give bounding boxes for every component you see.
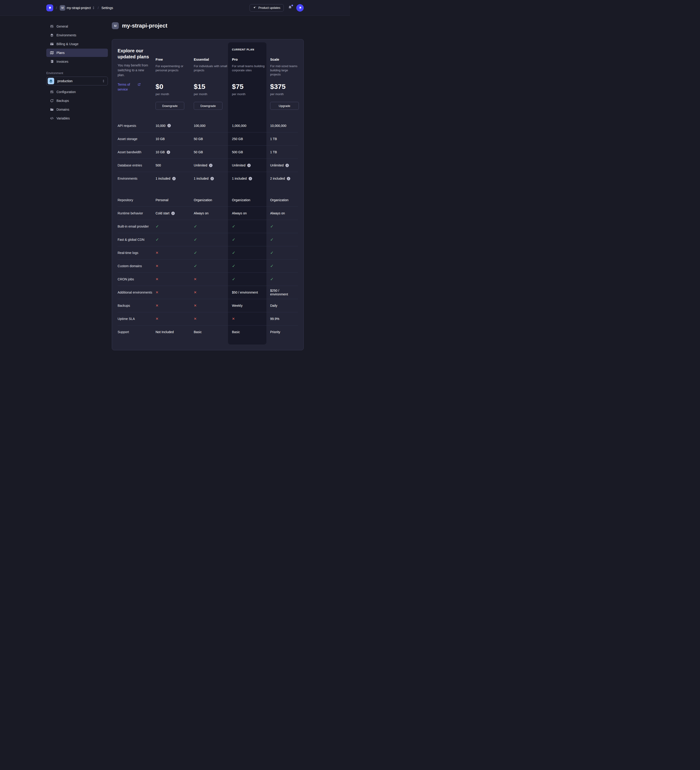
navbar-actions: Product updates xyxy=(249,4,304,11)
info-icon[interactable]: i xyxy=(209,164,212,167)
sparkle-icon xyxy=(253,6,257,10)
feature-row-backups: Backups✕✕WeeklyDaily xyxy=(118,299,298,312)
feature-row-additional-environments: Additional environments✕✕$50 / environme… xyxy=(118,286,298,299)
plan-action-area xyxy=(232,102,267,110)
sidebar-item-invoices[interactable]: Invoices xyxy=(46,57,108,66)
feature-cell: ✓ xyxy=(194,264,232,269)
sidebar-item-plans[interactable]: Plans xyxy=(46,49,108,57)
sidebar-item-general[interactable]: General xyxy=(46,22,108,31)
feature-cell: ✕ xyxy=(155,290,194,294)
free-downgrade-button[interactable]: Downgrade xyxy=(155,102,184,110)
cross-icon: ✕ xyxy=(194,277,197,281)
info-icon[interactable]: i xyxy=(247,164,251,167)
feature-value: 1 TB xyxy=(270,137,277,141)
breadcrumb-settings[interactable]: Settings xyxy=(101,6,113,10)
feature-value: Basic xyxy=(232,330,240,334)
notifications-button[interactable] xyxy=(288,5,292,10)
info-icon[interactable]: i xyxy=(172,177,176,180)
feature-cell: ✓ xyxy=(232,224,270,229)
check-icon: ✓ xyxy=(155,224,159,229)
plan-name: Essential xyxy=(194,57,228,61)
feature-label: Asset storage xyxy=(118,137,155,141)
feature-cell: Daily xyxy=(270,304,298,307)
info-icon[interactable]: i xyxy=(210,177,214,180)
breadcrumb-separator: / xyxy=(98,6,99,10)
sidebar-item-billing-usage[interactable]: Billing & Usage xyxy=(46,40,108,48)
feature-value: Unlimited xyxy=(194,163,207,167)
feature-value: 10,000 xyxy=(155,124,165,128)
feature-label: Additional environments xyxy=(118,290,155,295)
sidebar-item-backups[interactable]: Backups xyxy=(46,97,108,105)
feature-value: 250 GB xyxy=(232,137,243,141)
plan-action-area: Downgrade xyxy=(194,102,228,110)
feature-value: 1 included xyxy=(194,176,209,180)
plan-name: Scale xyxy=(270,57,299,61)
info-icon[interactable]: i xyxy=(285,164,289,167)
sidebar-item-domains[interactable]: Domains xyxy=(46,105,108,114)
feature-value: Basic xyxy=(194,330,202,334)
sidebar-item-label: Domains xyxy=(57,108,69,112)
plan-description: For experimenting or personal projects xyxy=(155,64,190,77)
info-icon[interactable]: i xyxy=(287,177,290,180)
info-icon[interactable]: i xyxy=(171,212,175,215)
feature-value: 10 GB xyxy=(155,137,165,141)
essential-downgrade-button[interactable]: Downgrade xyxy=(194,102,223,110)
feature-value: $250 / environment xyxy=(270,289,295,296)
feature-value: 100,000 xyxy=(194,124,205,128)
environment-select-value: production xyxy=(57,79,73,83)
environment-select[interactable]: production xyxy=(46,77,108,86)
feature-cell: 100,000 xyxy=(194,124,232,128)
feature-cell: 10,000,000 xyxy=(270,124,298,128)
product-updates-button[interactable]: Product updates xyxy=(249,4,284,11)
plan-period: per month xyxy=(270,92,299,96)
info-icon[interactable]: i xyxy=(167,150,170,154)
feature-cell: ✓ xyxy=(194,224,232,229)
plan-name: Free xyxy=(155,57,190,61)
sidebar-item-variables[interactable]: Variables xyxy=(46,114,108,123)
feature-value: Cold start xyxy=(155,211,170,215)
feature-cell: ✓ xyxy=(232,264,270,269)
scale-upgrade-button[interactable]: Upgrade xyxy=(270,102,299,110)
cross-icon: ✕ xyxy=(155,290,158,294)
feature-cell: Always on xyxy=(232,211,270,215)
feature-value: Weekly xyxy=(232,304,242,307)
info-icon[interactable]: i xyxy=(167,124,171,127)
feature-value: 1 included xyxy=(232,176,247,180)
feature-label: Backups xyxy=(118,303,155,308)
feature-row-built-in-email-provider: Built-in email provider✓✓✓✓ xyxy=(118,220,298,233)
feature-cell: ✕ xyxy=(194,317,232,321)
sidebar-item-configuration[interactable]: Configuration xyxy=(46,88,108,96)
info-icon[interactable]: i xyxy=(249,177,252,180)
check-icon: ✓ xyxy=(155,237,159,242)
feature-label: CRON jobs xyxy=(118,277,155,281)
feature-cell: ✓ xyxy=(270,264,298,269)
check-icon: ✓ xyxy=(232,224,235,229)
mixer-icon xyxy=(50,24,54,28)
plan-column-scale: ScaleFor mid-sized teams building large … xyxy=(270,48,302,110)
feature-cell: ✕ xyxy=(155,251,194,255)
sidebar-item-environments[interactable]: Environments xyxy=(46,31,108,39)
sidebar-item-label: Billing & Usage xyxy=(57,42,78,46)
feature-value: 1,000,000 xyxy=(232,124,246,128)
plan-period: per month xyxy=(155,92,190,96)
map-icon xyxy=(50,51,54,55)
feature-cell: 500 GB xyxy=(232,150,270,154)
plan-period: per month xyxy=(232,92,267,96)
mixer-icon xyxy=(50,90,54,94)
plan-price: $375 xyxy=(270,82,299,91)
main-content: M my-strapi-project CURRENT PLAN Explore… xyxy=(112,22,304,350)
plan-period: per month xyxy=(194,92,228,96)
feature-cell: ✓ xyxy=(232,277,270,282)
chevron-updown-icon xyxy=(92,6,95,10)
external-link-icon xyxy=(137,83,141,86)
cross-icon: ✕ xyxy=(194,304,197,308)
feature-value: 2 included xyxy=(270,176,285,180)
breadcrumb-project-switcher[interactable]: M my-strapi-project xyxy=(60,5,95,11)
terms-of-service: Terms of service xyxy=(118,82,151,92)
page-title-row: M my-strapi-project xyxy=(112,22,304,29)
terms-of-service-link[interactable]: Terms of service xyxy=(118,82,136,92)
strapi-logo[interactable] xyxy=(46,5,53,11)
user-avatar[interactable] xyxy=(296,4,304,11)
feature-cell: 2 includedi xyxy=(270,176,298,180)
feature-label: Runtime behavior xyxy=(118,211,155,215)
